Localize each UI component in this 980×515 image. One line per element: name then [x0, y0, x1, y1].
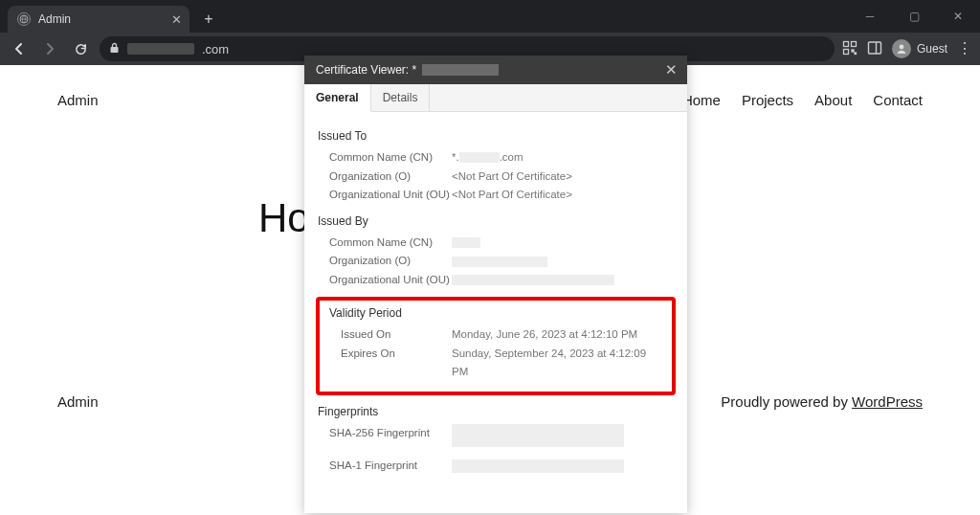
- svg-rect-2: [843, 41, 848, 46]
- sha1-row: SHA-1 Fingerprint: [329, 457, 674, 476]
- window-maximize-button[interactable]: ▢: [892, 0, 936, 33]
- issued-to-o-row: Organization (O) <Not Part Of Certificat…: [329, 168, 674, 187]
- forward-button[interactable]: [38, 37, 61, 60]
- kebab-menu-icon[interactable]: ⋮: [957, 41, 972, 56]
- issued-by-o-row: Organization (O): [329, 252, 674, 271]
- back-button[interactable]: [8, 37, 31, 60]
- issued-to-ou-row: Organizational Unit (OU) <Not Part Of Ce…: [329, 186, 674, 205]
- issued-by-cn-row: Common Name (CN): [329, 234, 674, 253]
- redacted-value: [452, 424, 624, 447]
- issued-to-heading: Issued To: [318, 129, 674, 143]
- side-panel-icon[interactable]: [867, 40, 882, 58]
- cert-dialog-title: Certificate Viewer: *: [316, 63, 416, 77]
- reload-button[interactable]: [69, 37, 92, 60]
- site-nav: Home Projects About Contact: [682, 92, 923, 108]
- nav-projects[interactable]: Projects: [742, 92, 793, 108]
- avatar-icon: [892, 39, 911, 58]
- tab-general[interactable]: General: [304, 84, 371, 112]
- tab-details[interactable]: Details: [371, 84, 431, 111]
- nav-home[interactable]: Home: [682, 92, 721, 108]
- sha256-row: SHA-256 Fingerprint: [329, 424, 674, 447]
- cert-domain-redacted: [422, 64, 499, 76]
- close-icon[interactable]: ✕: [171, 12, 182, 27]
- nav-about[interactable]: About: [814, 92, 852, 108]
- nav-contact[interactable]: Contact: [873, 92, 923, 108]
- issued-by-heading: Issued By: [318, 214, 674, 228]
- fingerprints-heading: Fingerprints: [318, 405, 674, 418]
- svg-rect-5: [852, 50, 854, 52]
- close-icon[interactable]: ✕: [665, 61, 678, 78]
- window-minimize-button[interactable]: ─: [848, 0, 892, 33]
- window-close-button[interactable]: ✕: [936, 0, 980, 33]
- issued-on-row: Issued On Monday, June 26, 2023 at 4:12:…: [341, 325, 662, 345]
- profile-chip[interactable]: Guest: [892, 39, 947, 58]
- page-title: Ho: [258, 195, 310, 241]
- new-tab-button[interactable]: +: [195, 6, 222, 33]
- url-suffix: .com: [202, 42, 229, 56]
- wordpress-link[interactable]: WordPress: [852, 393, 923, 410]
- issued-by-ou-row: Organizational Unit (OU): [329, 271, 674, 290]
- footer-brand[interactable]: Admin: [57, 393, 99, 410]
- validity-period-highlight: Validity Period Issued On Monday, June 2…: [316, 297, 676, 395]
- redacted-value: [459, 152, 500, 163]
- svg-rect-3: [851, 41, 856, 46]
- expires-on-row: Expires On Sunday, September 24, 2023 at…: [341, 345, 662, 382]
- cert-dialog-header: Certificate Viewer: * ✕: [304, 56, 687, 84]
- footer-powered: Proudly powered by WordPress: [721, 393, 923, 410]
- svg-rect-1: [111, 47, 119, 53]
- svg-rect-4: [843, 49, 848, 54]
- browser-tabstrip: Admin ✕ +: [0, 0, 222, 33]
- svg-point-9: [900, 45, 904, 50]
- profile-label: Guest: [917, 42, 947, 56]
- validity-heading: Validity Period: [329, 306, 662, 320]
- redacted-value: [452, 237, 480, 248]
- browser-tab[interactable]: Admin ✕: [8, 6, 189, 33]
- redacted-value: [452, 275, 614, 285]
- certificate-viewer-dialog: Certificate Viewer: * ✕ General Details …: [304, 56, 687, 513]
- cert-tabs: General Details: [304, 84, 687, 112]
- redacted-value: [452, 257, 547, 267]
- browser-tab-title: Admin: [38, 12, 71, 26]
- url-redacted: [127, 43, 194, 55]
- site-brand[interactable]: Admin: [57, 92, 99, 108]
- globe-icon: [17, 12, 31, 26]
- lock-icon[interactable]: [109, 42, 120, 56]
- issued-to-cn-row: Common Name (CN) *..com: [329, 148, 674, 168]
- qr-icon[interactable]: [842, 40, 858, 58]
- svg-rect-6: [855, 53, 857, 55]
- redacted-value: [452, 459, 624, 473]
- svg-rect-7: [868, 42, 880, 54]
